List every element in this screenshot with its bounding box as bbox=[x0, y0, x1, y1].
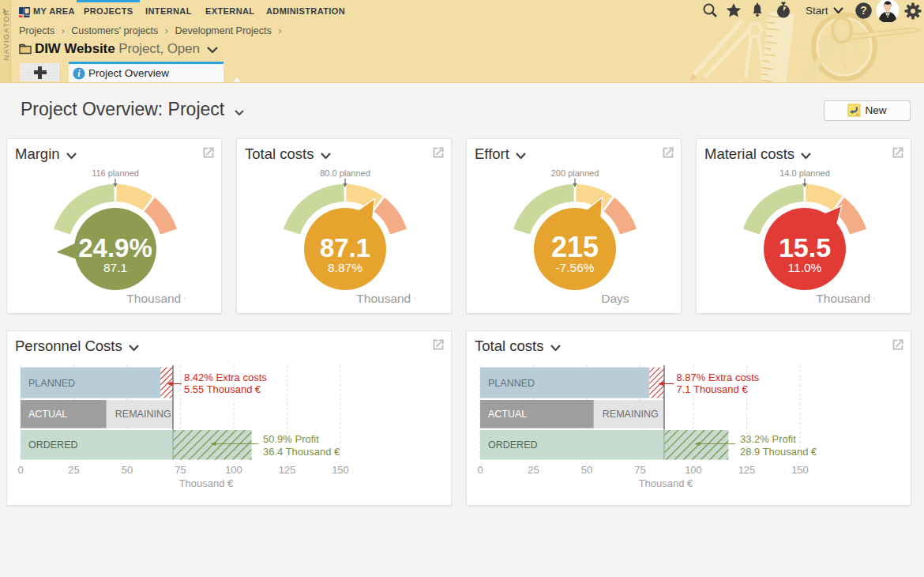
svg-text:PLANNED: PLANNED bbox=[28, 378, 75, 389]
svg-text:75: 75 bbox=[175, 464, 186, 476]
svg-text:REMAINING: REMAINING bbox=[115, 409, 171, 420]
svg-text:100: 100 bbox=[685, 464, 702, 476]
svg-text:0: 0 bbox=[477, 464, 483, 476]
svg-text:?: ? bbox=[860, 4, 867, 17]
svg-text:215: 215 bbox=[551, 231, 599, 263]
svg-text:Days: Days bbox=[601, 292, 629, 305]
svg-text:24.9%: 24.9% bbox=[78, 233, 152, 262]
svg-text:50: 50 bbox=[581, 464, 592, 476]
svg-text:15.5: 15.5 bbox=[779, 232, 831, 262]
svg-text:14.0 planned: 14.0 planned bbox=[779, 168, 830, 178]
svg-text:36.4 Thousand €: 36.4 Thousand € bbox=[263, 446, 340, 458]
svg-text:75: 75 bbox=[634, 464, 645, 476]
svg-text:125: 125 bbox=[279, 464, 296, 476]
svg-text:50.9% Profit: 50.9% Profit bbox=[263, 433, 319, 445]
svg-text:ACTUAL: ACTUAL bbox=[28, 409, 67, 420]
svg-text:80.0 planned: 80.0 planned bbox=[320, 168, 370, 178]
svg-text:Thousand €: Thousand € bbox=[639, 477, 693, 489]
svg-text:150: 150 bbox=[332, 464, 349, 476]
svg-text:i: i bbox=[77, 68, 81, 79]
svg-text:200 planned: 200 planned bbox=[551, 168, 599, 178]
svg-text:50: 50 bbox=[122, 464, 133, 476]
svg-text:8.42% Extra costs: 8.42% Extra costs bbox=[184, 371, 267, 383]
svg-text:ORDERED: ORDERED bbox=[28, 439, 78, 451]
svg-text:ORDERED: ORDERED bbox=[488, 439, 538, 451]
svg-text:25: 25 bbox=[68, 464, 79, 476]
svg-text:ACTUAL: ACTUAL bbox=[488, 409, 527, 420]
svg-text:87.1: 87.1 bbox=[103, 261, 127, 274]
svg-text:-7.56%: -7.56% bbox=[555, 261, 594, 274]
svg-text:5.55 Thousand €: 5.55 Thousand € bbox=[184, 383, 261, 395]
svg-text:33.2% Profit: 33.2% Profit bbox=[740, 433, 796, 445]
svg-text:28.9 Thousand €: 28.9 Thousand € bbox=[740, 446, 817, 458]
svg-text:0: 0 bbox=[17, 464, 23, 476]
svg-text:PLANNED: PLANNED bbox=[488, 378, 535, 389]
svg-text:REMAINING: REMAINING bbox=[603, 409, 659, 420]
svg-text:8.87%: 8.87% bbox=[328, 261, 362, 274]
svg-text:125: 125 bbox=[738, 464, 756, 476]
svg-text:87.1: 87.1 bbox=[320, 233, 370, 262]
svg-text:Thousand €: Thousand € bbox=[816, 292, 881, 305]
svg-text:11.0%: 11.0% bbox=[788, 261, 822, 274]
svg-text:Thousand €: Thousand € bbox=[179, 477, 234, 489]
svg-text:Thousand €: Thousand € bbox=[126, 292, 191, 305]
svg-text:8.87% Extra costs: 8.87% Extra costs bbox=[677, 371, 760, 383]
svg-text:116 planned: 116 planned bbox=[92, 168, 139, 178]
svg-text:7.1 Thousand €: 7.1 Thousand € bbox=[677, 383, 749, 395]
svg-text:100: 100 bbox=[225, 464, 242, 476]
svg-text:Thousand €: Thousand € bbox=[356, 292, 421, 305]
svg-text:150: 150 bbox=[791, 464, 809, 476]
svg-text:25: 25 bbox=[528, 464, 539, 476]
